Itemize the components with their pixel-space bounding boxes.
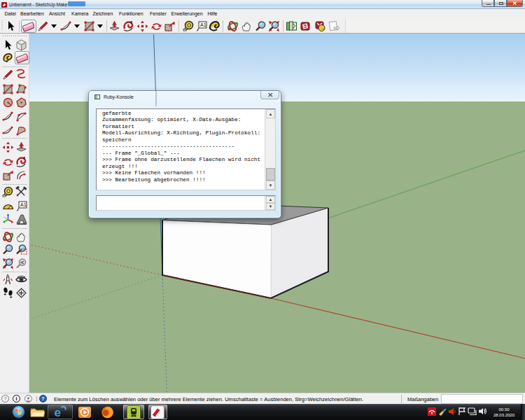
svg-text:A1: A1	[20, 202, 27, 207]
svg-text:5: 5	[304, 24, 307, 29]
svg-text:→: →	[321, 26, 326, 31]
svg-text:e: e	[55, 406, 61, 419]
svg-text:⇅: ⇅	[20, 291, 22, 295]
svg-text:A1: A1	[200, 22, 206, 27]
